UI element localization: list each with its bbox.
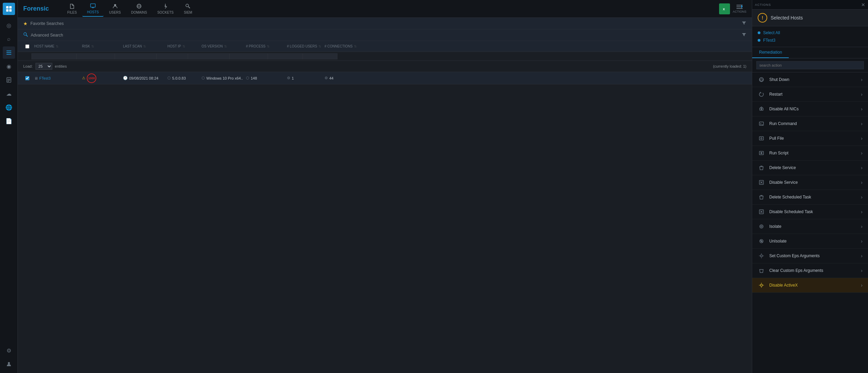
action-disable-activex[interactable]: Disable ActiveX › bbox=[752, 278, 868, 293]
os-icon: ⬡ bbox=[202, 76, 205, 80]
svg-point-33 bbox=[761, 109, 762, 110]
nav-item-target[interactable]: ◉ bbox=[3, 60, 15, 72]
nav-item-search[interactable]: ⌕ bbox=[3, 33, 15, 45]
nav-item-list[interactable] bbox=[3, 46, 15, 59]
action-clear-custom-eps[interactable]: Clear Custom Eps Arguments › bbox=[752, 263, 868, 278]
filter-host-name[interactable] bbox=[31, 53, 77, 59]
action-disable-scheduled-task[interactable]: Disable Scheduled Task › bbox=[752, 205, 868, 219]
select-all-checkbox[interactable] bbox=[25, 44, 29, 49]
top-nav-siem[interactable]: SIEM bbox=[179, 1, 197, 16]
action-isolate[interactable]: Isolate › bbox=[752, 219, 868, 234]
svg-rect-12 bbox=[91, 4, 95, 7]
filter-process[interactable] bbox=[230, 53, 268, 59]
th-logged-users[interactable]: # Logged Users ⇅ bbox=[284, 44, 322, 48]
th-last-scan[interactable]: Last Scan ⇅ bbox=[120, 44, 165, 48]
row-checkbox[interactable] bbox=[25, 76, 29, 80]
row-checkbox-col bbox=[23, 76, 31, 80]
td-connections: ⚙ 44 bbox=[322, 76, 359, 80]
load-select[interactable]: 25 50 100 bbox=[36, 63, 52, 70]
svg-rect-8 bbox=[8, 79, 10, 80]
action-disable-nics-label: Disable All NICs bbox=[769, 107, 857, 111]
action-delete-service-label: Delete Service bbox=[769, 165, 857, 170]
advanced-filter-icon[interactable] bbox=[742, 32, 746, 38]
svg-rect-3 bbox=[9, 9, 12, 12]
users-label: USERS bbox=[109, 11, 121, 14]
load-entities: entities bbox=[55, 64, 67, 68]
sort-icon-host-name: ⇅ bbox=[56, 44, 58, 48]
action-pull-file[interactable]: Pull File › bbox=[752, 131, 868, 146]
right-panel: ACTIONS ✕ ! Selected Hosts Select All FT… bbox=[752, 0, 868, 373]
action-restart[interactable]: Restart › bbox=[752, 87, 868, 102]
excel-export-button[interactable]: X bbox=[719, 3, 730, 14]
svg-rect-0 bbox=[6, 6, 9, 9]
top-nav-users[interactable]: USERS bbox=[104, 1, 125, 16]
svg-point-19 bbox=[165, 5, 166, 7]
svg-rect-6 bbox=[6, 54, 11, 55]
action-run-script-label: Run Script bbox=[769, 151, 857, 155]
top-nav-domains[interactable]: DOMAINS bbox=[126, 1, 152, 16]
action-unisolate[interactable]: UnIsolate › bbox=[752, 234, 868, 249]
nav-item-report[interactable] bbox=[3, 74, 15, 86]
favorite-filter-icon[interactable] bbox=[742, 20, 746, 26]
svg-point-49 bbox=[760, 225, 763, 228]
th-host-name[interactable]: Host Name ⇅ bbox=[31, 44, 79, 48]
svg-rect-2 bbox=[6, 9, 9, 12]
select-all-dot bbox=[758, 31, 760, 34]
top-nav-hosts[interactable]: HOSTS bbox=[82, 1, 104, 17]
action-run-command[interactable]: Run Command › bbox=[752, 116, 868, 131]
run-script-arrow: › bbox=[861, 150, 863, 156]
nav-item-document[interactable]: 📄 bbox=[3, 115, 15, 127]
top-bar: Forensic FILES bbox=[18, 0, 752, 18]
action-set-custom-eps[interactable]: Set Custom Eps Arguments › bbox=[752, 249, 868, 263]
svg-point-11 bbox=[8, 362, 10, 364]
ftest3-item[interactable]: FTest3 bbox=[758, 37, 863, 44]
nav-item-user-settings[interactable] bbox=[3, 358, 15, 370]
th-connections[interactable]: # Connections ⇅ bbox=[322, 44, 359, 48]
favorite-searches-bar[interactable]: ★ Favorite Searches bbox=[18, 18, 752, 29]
table-row[interactable]: 🖥 FTest3 ⚠ 1000 🕐 09/08/2021 08:24 ⬡ 5.0… bbox=[18, 72, 752, 84]
advanced-search-bar[interactable]: Advanced Search bbox=[18, 29, 752, 41]
sort-icon-process: ⇅ bbox=[267, 44, 270, 48]
isolate-arrow: › bbox=[861, 224, 863, 229]
svg-point-37 bbox=[761, 138, 762, 139]
close-right-panel-button[interactable]: ✕ bbox=[861, 2, 865, 8]
td-host-ip: ⬡ 5.0.0.83 bbox=[165, 76, 199, 80]
tab-remediation[interactable]: Remediation bbox=[752, 47, 789, 58]
files-icon bbox=[69, 3, 75, 10]
action-delete-scheduled-task[interactable]: Delete Scheduled Task › bbox=[752, 190, 868, 205]
action-disable-all-nics[interactable]: Disable All NICs › bbox=[752, 102, 868, 116]
app-logo[interactable] bbox=[3, 3, 15, 15]
filter-logged-users[interactable] bbox=[268, 53, 303, 59]
actions-button[interactable]: ACTIONS bbox=[733, 4, 746, 13]
clock-icon: 🕐 bbox=[123, 76, 128, 80]
nav-item-cloud[interactable]: ☁ bbox=[3, 87, 15, 100]
select-all-item[interactable]: Select All bbox=[758, 29, 863, 37]
action-search-input[interactable] bbox=[756, 61, 864, 69]
action-delete-service[interactable]: Delete Service › bbox=[752, 161, 868, 175]
svg-line-29 bbox=[26, 35, 28, 37]
th-host-ip[interactable]: Host Ip ⇅ bbox=[165, 44, 199, 48]
th-risk[interactable]: Risk ⇅ bbox=[79, 44, 120, 48]
filter-risk[interactable] bbox=[77, 53, 115, 59]
filter-os-version[interactable] bbox=[188, 53, 230, 59]
svg-rect-1 bbox=[9, 6, 12, 9]
action-run-script[interactable]: Run Script › bbox=[752, 146, 868, 161]
disable-service-arrow: › bbox=[861, 180, 863, 185]
nav-item-globe[interactable]: 🌐 bbox=[3, 101, 15, 113]
th-os-version[interactable]: OS Version ⇅ bbox=[199, 44, 243, 48]
filter-host-ip[interactable] bbox=[156, 53, 188, 59]
disable-activex-arrow: › bbox=[861, 282, 863, 288]
action-disable-service[interactable]: Disable Service › bbox=[752, 175, 868, 190]
top-nav-files[interactable]: FILES bbox=[63, 1, 82, 16]
set-custom-eps-arrow: › bbox=[861, 253, 863, 259]
svg-rect-36 bbox=[759, 137, 763, 140]
filter-connections[interactable] bbox=[303, 53, 337, 59]
action-set-custom-eps-label: Set Custom Eps Arguments bbox=[769, 253, 857, 258]
nav-item-settings[interactable]: ⚙ bbox=[3, 344, 15, 357]
th-process[interactable]: # Process ⇅ bbox=[243, 44, 284, 48]
td-last-scan: 🕐 09/08/2021 08:24 bbox=[120, 76, 165, 80]
action-shut-down[interactable]: Shut Down › bbox=[752, 72, 868, 87]
filter-last-scan[interactable] bbox=[115, 53, 156, 59]
nav-item-alert[interactable]: ◎ bbox=[3, 19, 15, 31]
top-nav-sockets[interactable]: SOCKETS bbox=[152, 1, 178, 16]
